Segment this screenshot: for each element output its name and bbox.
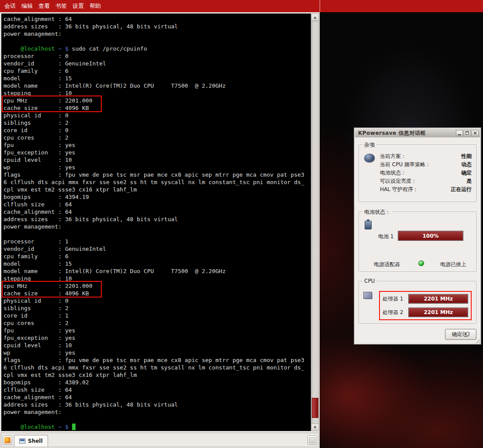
misc-row: 电池状态：确定 [380,169,472,176]
tab-bar: Shell [1,433,319,447]
terminal-line: cpu cores : 2 [3,319,311,327]
terminal-icon [19,438,25,444]
terminal-area: cache_alignment : 64address sizes : 36 b… [0,12,320,432]
group-battery-label: 电池状态： [362,209,392,216]
dialog-titlebar[interactable]: KPowersave 信息对话框 × [355,129,480,137]
terminal-line: address sizes : 36 bits physical, 48 bit… [3,401,311,408]
prompt-path: ~ $ [55,45,68,52]
misc-row: 当前方案：性能 [380,153,472,160]
cpu-row-label: 处理器 2 [383,309,405,316]
group-cpu-label: CPU [362,278,376,284]
terminal-line: cpu family : 6 [3,67,311,75]
menu-item-help[interactable]: 帮助 [90,2,101,10]
cpu-icon [363,292,372,299]
scroll-up-button[interactable]: ▲ [312,14,318,21]
terminal-line: address sizes : 36 bits physical, 48 bit… [3,215,311,223]
misc-row-value: 性能 [461,153,472,160]
terminal-line: cpu MHz : 2201.000 [3,97,311,104]
terminal-line: power management: [3,30,311,38]
cpu-row-label: 处理器 1 [383,295,405,303]
minimize-icon [458,134,461,135]
terminal-line: cache_alignment : 64 [3,15,311,23]
terminal-line: 6 clflush dts acpi mmx fxsr sse sse2 ss … [3,364,311,371]
terminal-line: model name : Intel(R) Core(TM)2 Duo CPU … [3,82,311,89]
terminal-line: flags : fpu vme de pse tsc msr pae mce c… [3,356,311,364]
terminal-line: physical id : 0 [3,112,311,119]
terminal-line: cpuid level : 10 [3,342,311,349]
redacted-username [3,424,21,430]
prompt-user: @localhost [21,424,55,430]
group-battery: 电池状态： 电池 1 100% 电源适配器 电源已接上 [359,212,476,272]
dialog-title: KPowersave 信息对话框 [358,130,455,137]
misc-row-value: 正在运行 [451,186,472,193]
misc-row-label: 当前方案： [380,153,406,160]
session-list-button[interactable] [307,435,317,445]
prompt-user: @localhost [21,45,55,52]
new-session-button[interactable] [3,435,12,445]
battery-value: 100% [422,233,438,239]
dialog-body: 杂项 当前方案：性能当前 CPU 频率策略：动态电池状态：确定可以设定亮度：是H… [354,138,481,340]
terminal-screen[interactable]: cache_alignment : 64address sizes : 36 b… [1,14,311,431]
scroll-down-button[interactable]: ▼ [312,424,318,431]
terminal-prompt-line: @localhost ~ $ sudo cat /proc/cpuinfo [3,45,311,52]
terminal-line: cpuid level : 10 [3,156,311,164]
scrollbar-track[interactable] [312,21,318,424]
terminal-line: processor : 0 [3,52,311,60]
battery-icon [365,221,372,229]
terminal-line: core id : 0 [3,127,311,134]
scrollbar-thumb[interactable] [312,398,318,418]
group-misc: 杂项 当前方案：性能当前 CPU 频率策略：动态电池状态：确定可以设定亮度：是H… [359,144,476,202]
terminal-line: bogomips : 4394.19 [3,193,311,201]
terminal-prompt-line: @localhost ~ $ [3,423,311,431]
terminal-line: flags : fpu vme de pse tsc msr pae mce c… [3,171,311,178]
terminal-line: fpu : yes [3,141,311,149]
misc-row: 当前 CPU 频率策略：动态 [380,161,472,168]
terminal-line: siblings : 2 [3,119,311,127]
terminal-line: address sizes : 36 bits physical, 48 bit… [3,23,311,30]
highlight-box-cpu: 处理器 12201 MHz处理器 22201 MHz [379,291,472,320]
dialog-footer: 确定(K) [359,329,476,340]
prompt-path: ~ $ [55,424,68,430]
menu-item-bookmarks[interactable]: 书签 [55,2,67,10]
adapter-status: 电源已接上 [440,261,466,268]
close-button[interactable]: × [472,130,479,136]
menu-item-session[interactable]: 会话 [4,2,16,10]
terminal-line: processor : 1 [3,238,311,245]
terminal-line: clflush size : 64 [3,201,311,208]
terminal-line: cpl vmx est tm2 ssse3 cx16 xtpr lahf_lm [3,186,311,193]
terminal-line: siblings : 2 [3,304,311,312]
misc-row-label: 当前 CPU 频率策略： [380,161,431,168]
battery-label: 电池 1 [378,233,393,240]
terminal-line: wp : yes [3,349,311,356]
terminal-line: physical id : 0 [3,297,311,304]
terminal-line: cpu MHz : 2201.000 [3,282,311,290]
terminal-line: cache_alignment : 64 [3,393,311,401]
ok-button[interactable]: 确定(K) [445,329,476,340]
minimize-button[interactable] [456,130,463,136]
arrow-down-icon: ▼ [314,426,316,429]
tab-shell[interactable]: Shell [14,435,48,447]
cpu-frequency-value: 2201 MHz [424,309,453,315]
maximize-icon [466,131,469,135]
background-window-titlebar [320,0,483,12]
terminal-line: cache size : 4096 KB [3,104,311,112]
cpu-frequency-value: 2201 MHz [424,296,453,302]
maximize-button[interactable] [464,130,471,136]
terminal-line: wp : yes [3,164,311,171]
terminal-line: core id : 1 [3,312,311,319]
redacted-username [3,45,21,52]
terminal-line: model name : Intel(R) Core(TM)2 Duo CPU … [3,267,311,275]
prompt-command: sudo cat /proc/cpuinfo [69,45,147,52]
terminal-line [3,230,311,238]
menu-item-settings[interactable]: 设置 [72,2,84,10]
group-misc-label: 杂项 [362,141,376,149]
terminal-line: model : 15 [3,260,311,267]
arrow-up-icon: ▲ [314,16,316,19]
misc-row-label: 电池状态： [380,169,406,176]
menu-item-edit[interactable]: 编辑 [21,2,33,10]
terminal-line: fpu_exception : yes [3,149,311,156]
terminal-line: vendor_id : GenuineIntel [3,245,311,253]
terminal-scrollbar[interactable]: ▲ ▼ [311,14,319,431]
misc-row-label: HAL 守护程序： [380,186,418,193]
menu-item-view[interactable]: 查看 [38,2,50,10]
